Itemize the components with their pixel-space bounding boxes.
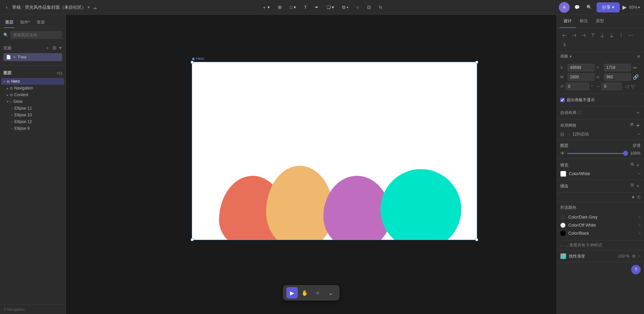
canvas-close-icon[interactable]: ✕ — [637, 54, 641, 59]
add-tool-button[interactable]: ＋ ▾ — [260, 3, 272, 12]
color-edit-icon[interactable]: ○ — [638, 223, 641, 228]
shape-tool-button[interactable]: □ ▾ — [288, 3, 298, 11]
stroke-grid-icon[interactable]: ⊞ — [631, 183, 634, 190]
more-tool[interactable]: ⌄ — [325, 287, 336, 299]
resize-proportional-icon[interactable]: ⇔ — [633, 65, 637, 70]
eye-icon[interactable]: 👁 — [560, 151, 565, 156]
layer-hero[interactable]: ▾ ▣ Hero — [1, 78, 64, 85]
zoom-indicator[interactable]: 65% ▾ — [629, 5, 640, 10]
search-input[interactable] — [10, 31, 62, 39]
layer-ellipse9[interactable]: ○ Ellipse 9 — [1, 125, 64, 132]
color-item-black[interactable]: Color/Black ○ — [560, 229, 641, 237]
align-bottom-icon[interactable]: ⊥ — [607, 31, 616, 40]
flip-h-icon[interactable]: ◁ — [625, 84, 629, 89]
layer-header: 图层 穿透 — [560, 143, 641, 149]
eye-icon[interactable]: 👁 — [54, 93, 58, 97]
plugin-button[interactable]: N — [377, 3, 384, 11]
view-all-styles[interactable]: ··· ... 查看所有 6 种样式 — [557, 240, 644, 250]
corner-radius-input[interactable] — [602, 83, 622, 90]
color-edit-icon[interactable]: ○ — [638, 215, 641, 220]
page-grid-icon[interactable]: ⊞ — [52, 44, 57, 52]
opacity-slider[interactable] — [567, 153, 628, 154]
tab-prototype[interactable]: 原型 — [592, 15, 608, 28]
align-right-icon[interactable]: ⊣ — [579, 31, 588, 40]
fill-color-swatch[interactable] — [560, 171, 566, 177]
tab-assets[interactable]: 资源 — [35, 17, 46, 28]
play-button[interactable]: ▶ — [622, 4, 627, 10]
tab-components[interactable]: 组件* — [19, 17, 31, 28]
help-button[interactable]: ? — [631, 265, 641, 274]
lock-icon[interactable]: 🔒 — [58, 86, 62, 90]
add-auto-layout-icon[interactable]: ＋ — [635, 109, 641, 116]
add-grid-icon[interactable]: ＋ — [635, 122, 641, 129]
align-left-icon[interactable]: ⊢ — [560, 31, 569, 40]
align-center-v-icon[interactable]: ⊣ — [570, 31, 578, 40]
share-button[interactable]: 分享 ▾ — [597, 2, 620, 12]
distribute-h-icon[interactable]: ⋮ — [617, 31, 625, 40]
frame-tool-button[interactable]: ⊞ — [276, 3, 284, 11]
mask-tool-button[interactable]: ⧉ ▾ — [340, 3, 350, 11]
search-button[interactable]: 🔍 — [584, 3, 594, 11]
fill-grid-icon[interactable]: ⊞ — [631, 162, 634, 169]
gradient-preview[interactable] — [560, 253, 566, 259]
avatar[interactable]: A — [559, 2, 570, 13]
back-button[interactable]: ‹ — [4, 3, 9, 11]
color-item-offwhite[interactable]: Color/Off White ○ — [560, 221, 641, 229]
pan-tool[interactable]: ✋ — [299, 287, 311, 299]
tab-layers[interactable]: 图层 — [4, 17, 15, 28]
eyedropper-icon[interactable]: ✦ — [631, 194, 635, 200]
x-input[interactable] — [568, 64, 595, 71]
chevron-down-icon[interactable]: ▾ — [87, 5, 90, 10]
rotation-input[interactable] — [566, 83, 589, 90]
component-tool-button[interactable]: ❑ ▾ — [325, 3, 336, 11]
page-item-free[interactable]: 📄 ✏ Free — [3, 53, 62, 61]
comment-tool[interactable]: ○ — [312, 287, 323, 299]
add-stroke-icon[interactable]: ＋ — [635, 183, 641, 190]
circle-tool-button[interactable]: ○ — [354, 3, 361, 11]
chevron-down-icon[interactable]: ▾ — [59, 44, 62, 52]
layer-ellipse12[interactable]: ○ Ellipse 12 — [1, 118, 64, 125]
tab-annotate[interactable]: 标注 — [576, 15, 592, 28]
layer-glow[interactable]: ▾ □ Glow — [1, 98, 64, 105]
fill-label: 填充 — [560, 162, 568, 168]
comment-button[interactable]: 💬 — [572, 3, 582, 11]
text-tool-button[interactable]: T — [302, 3, 309, 11]
add-page-icon[interactable]: ＋ — [44, 44, 50, 52]
y-input[interactable] — [604, 64, 631, 71]
crop-tool-button[interactable]: ⊡ — [365, 3, 373, 11]
layer-content[interactable]: ▸ ⊞ Content 👁 🔒 — [1, 91, 64, 98]
align-extra-icon[interactable]: ⦀ — [560, 40, 569, 49]
overflow-checkbox[interactable] — [560, 98, 565, 102]
component-link-icon[interactable]: ⎋ — [637, 194, 641, 200]
lock-aspect-icon[interactable]: 🔗 — [633, 74, 639, 80]
select-tool[interactable]: ▶ — [286, 287, 298, 299]
chevron-down-icon[interactable]: ▾ — [570, 54, 572, 59]
eye-icon[interactable]: 👁 — [54, 86, 58, 90]
tab-design[interactable]: 设计 — [560, 15, 576, 28]
layers-close-icon[interactable]: ×⊡ — [57, 71, 62, 76]
layer-ellipse11[interactable]: ○ Ellipse 11 — [1, 105, 64, 112]
w-input[interactable] — [568, 73, 595, 81]
layer-opacity-section: 图层 穿透 👁 100% — [557, 140, 644, 159]
align-top-icon[interactable]: ⊤ — [588, 31, 597, 40]
pen-tool-button[interactable]: ✒ — [313, 3, 321, 11]
canvas-area[interactable]: ▣ Hero 1600×960 ▶ ✋ ○ ⌄ — [66, 15, 557, 314]
layer-navigation[interactable]: ▸ ⊞ Navigation 👁 🔒 — [1, 85, 64, 91]
layer-ellipse10[interactable]: ○ Ellipse 10 — [1, 112, 64, 118]
h-input[interactable] — [604, 73, 631, 81]
gradient-edit-icon[interactable]: ○ — [638, 254, 641, 259]
color-edit-icon[interactable]: ○ — [638, 231, 641, 236]
lock-icon[interactable]: 🔒 — [58, 93, 62, 97]
layer-ellipse11-name: Ellipse 11 — [14, 106, 62, 111]
distribute-v-icon[interactable]: ⋯ — [626, 31, 635, 40]
remove-fill-icon[interactable]: − — [638, 171, 641, 177]
degree-symbol: ° — [591, 84, 593, 88]
color-item-darkgrey[interactable]: Color/Dark Grey ○ — [560, 213, 641, 221]
flip-v-icon[interactable]: ▽ — [631, 84, 635, 89]
grid-command-icon[interactable]: ⌘ — [630, 122, 634, 129]
align-center-h-icon[interactable]: ⊥ — [598, 31, 607, 40]
remove-grid-icon[interactable]: − — [638, 131, 641, 137]
artboard[interactable] — [192, 62, 477, 240]
canvas-section-header: 画板 ▾ ✕ — [557, 52, 644, 61]
add-fill-icon[interactable]: ＋ — [635, 162, 641, 169]
